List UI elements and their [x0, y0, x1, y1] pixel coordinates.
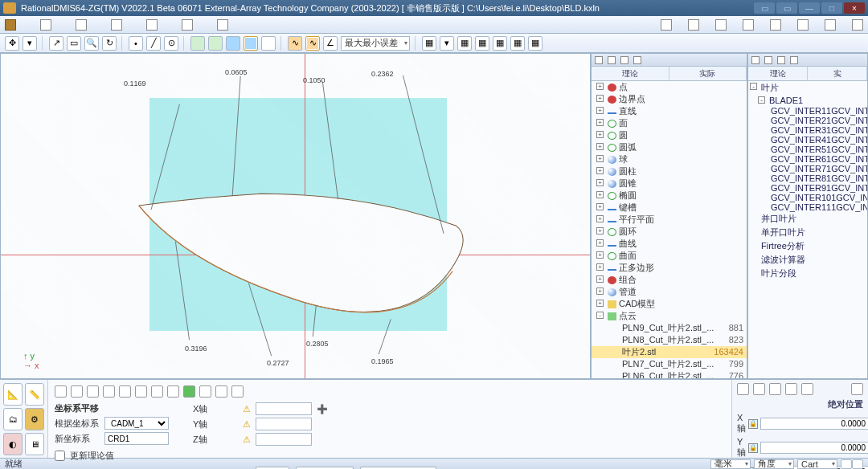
status-ic1[interactable] — [841, 459, 852, 469]
dm-ic4[interactable] — [103, 385, 115, 398]
menu-icon-7[interactable] — [217, 19, 228, 31]
gcv-row[interactable]: GCV_INTER71GCV_INTER71 — [748, 164, 867, 173]
dock-btn4[interactable]: ⚙ — [25, 408, 44, 430]
tool-view3[interactable] — [226, 36, 240, 51]
tool-curve1[interactable]: ∿ — [288, 36, 302, 51]
tool-view2[interactable] — [208, 36, 223, 51]
pointcloud-item[interactable]: PLN8_Cut_叶片2.stl_...823 — [592, 334, 747, 346]
feature-node[interactable]: +CAD模型 — [592, 298, 747, 310]
gcv-row[interactable]: GCV_INTER41GCV_INTER41 — [748, 135, 867, 145]
feature-node[interactable]: +椭圆 — [592, 190, 747, 202]
new-cs-input[interactable] — [104, 432, 169, 445]
dock-btn1[interactable]: 📐 — [3, 383, 23, 406]
dock-btn5[interactable]: ◐ — [3, 433, 23, 455]
lock-x-icon[interactable]: 🔒 — [748, 419, 758, 429]
feature-node[interactable]: +圆锥 — [592, 177, 747, 190]
feature-node[interactable]: +键槽 — [592, 202, 747, 214]
menu-icon-r4[interactable] — [743, 19, 754, 31]
yaxis-input[interactable] — [256, 418, 312, 430]
tool-view1[interactable] — [190, 36, 205, 51]
menu-icon-6[interactable] — [182, 19, 193, 31]
tool-x2[interactable]: ▦ — [457, 36, 472, 51]
tool-x5[interactable]: ▦ — [510, 36, 525, 51]
tool-view5[interactable] — [261, 36, 276, 51]
gcv-row[interactable]: GCV_INTER111GCV_INTER111 — [748, 202, 867, 212]
tool-point[interactable]: • — [129, 36, 143, 51]
feature-node[interactable]: +点 — [592, 81, 747, 93]
tool-drop2[interactable]: ▾ — [440, 36, 454, 51]
pointcloud-item[interactable]: PLN6_Cut_叶片2.stl_...776 — [592, 370, 747, 378]
feature-node[interactable]: +圆柱 — [592, 165, 747, 177]
tab-theory[interactable]: 理论 — [592, 67, 669, 80]
feature-node[interactable]: +管道 — [592, 286, 747, 298]
zaxis-input[interactable] — [256, 433, 312, 446]
status-unit-combo[interactable]: 毫米 — [710, 459, 751, 469]
gcv-row[interactable]: GCV_INTER31GCV_INTER31 — [748, 125, 867, 135]
dr-ic2[interactable] — [753, 383, 765, 395]
feature-node[interactable]: +边界点 — [592, 93, 747, 105]
dr-ic1[interactable] — [737, 383, 749, 395]
maximize-button[interactable]: □ — [821, 2, 842, 14]
menu-icon-r7[interactable] — [825, 19, 836, 31]
tool-refresh[interactable]: ↻ — [102, 36, 117, 51]
feature-node[interactable]: +曲线 — [592, 238, 747, 250]
menu-icon-r5[interactable] — [770, 19, 781, 31]
tool-arrow[interactable]: ↗ — [49, 36, 63, 51]
feature-node[interactable]: +直线 — [592, 105, 747, 117]
dm-ic8[interactable] — [167, 385, 179, 398]
tab-actual[interactable]: 实际 — [669, 67, 747, 80]
pointcloud-item[interactable]: PLN9_Cut_叶片2.stl_...881 — [592, 322, 747, 334]
update-theory-checkbox[interactable] — [55, 451, 65, 461]
gcv-row[interactable]: GCV_INTER91GCV_INTER91 — [748, 183, 867, 193]
dm-ic11[interactable] — [215, 385, 227, 398]
menu-icon-2[interactable] — [40, 19, 51, 31]
xaxis-input[interactable] — [256, 402, 312, 415]
blade-tool-item[interactable]: 单开口叶片 — [748, 226, 867, 239]
feature-node[interactable]: +正多边形 — [592, 262, 747, 274]
feature-node[interactable]: +平行平面 — [592, 214, 747, 226]
viewport-3d[interactable]: 0.06050.11690.10500.23620.31960.27270.28… — [0, 53, 591, 379]
dr-ic4[interactable] — [785, 383, 797, 395]
status-coord-combo[interactable]: Cart — [797, 459, 837, 469]
tool-curve2[interactable]: ∿ — [305, 36, 320, 51]
blade-tree[interactable]: -叶片-BLADE1GCV_INTER11GCV_INTER11GCV_INTE… — [748, 81, 867, 378]
dm-ic5[interactable] — [119, 385, 131, 398]
tool-zoom[interactable]: 🔍 — [84, 36, 99, 51]
status-angle-combo[interactable]: 角度 — [754, 459, 794, 469]
base-cs-select[interactable]: CADM_1 — [104, 417, 169, 430]
gcv-row[interactable]: GCV_INTER11GCV_INTER11 — [748, 106, 867, 116]
abs-y-input[interactable] — [760, 442, 868, 454]
gcv-row[interactable]: GCV_INTER81GCV_INTER81 — [748, 173, 867, 183]
feature-node[interactable]: +组合 — [592, 274, 747, 286]
feature-node[interactable]: +曲面 — [592, 250, 747, 262]
menu-icon-r1[interactable] — [661, 19, 672, 31]
dock-btn3[interactable]: 🗂 — [3, 408, 23, 430]
dr-ic6[interactable] — [851, 383, 863, 395]
status-ic2[interactable] — [852, 459, 863, 469]
gcv-row[interactable]: GCV_INTER21GCV_INTER21 — [748, 116, 867, 125]
feature-node[interactable]: +圆弧 — [592, 141, 747, 153]
blade-root[interactable]: -叶片 — [748, 81, 867, 95]
dm-ic9[interactable] — [183, 385, 195, 398]
dm-ic12[interactable] — [231, 385, 244, 398]
menu-icon-4[interactable] — [111, 19, 122, 31]
dm-ic6[interactable] — [135, 385, 147, 398]
tool-angle[interactable]: ∠ — [323, 36, 338, 51]
feature-node[interactable]: +圆 — [592, 129, 747, 141]
feature-node[interactable]: +面 — [592, 117, 747, 129]
dock-btn6[interactable]: 🖥 — [25, 433, 44, 455]
tool-rect[interactable]: ▭ — [67, 36, 81, 51]
tool-x1[interactable]: ▦ — [422, 36, 436, 51]
window-extra1-button[interactable]: ▭ — [754, 2, 775, 14]
dm-ic7[interactable] — [151, 385, 163, 398]
dm-ic3[interactable] — [87, 385, 99, 398]
pointcloud-root[interactable]: -点云 — [592, 310, 747, 322]
tool-x4[interactable]: ▦ — [493, 36, 507, 51]
menu-icon-r3[interactable] — [715, 19, 727, 31]
tool-x6[interactable]: ▦ — [528, 36, 542, 51]
menu-icon-3[interactable] — [76, 19, 87, 31]
dm-ic2[interactable] — [71, 385, 83, 398]
pointcloud-item[interactable]: PLN7_Cut_叶片2.stl_...799 — [592, 358, 747, 370]
menu-icon-1[interactable] — [5, 19, 16, 31]
lock-y-icon[interactable]: 🔒 — [748, 443, 758, 453]
